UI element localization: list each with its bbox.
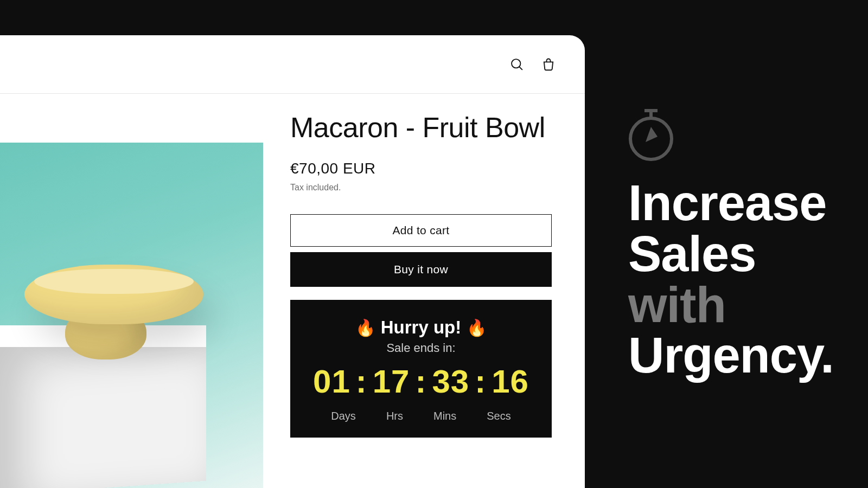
promo-line4: Urgency. — [628, 328, 834, 383]
timer-mins: 33 — [432, 363, 469, 400]
countdown-labels: Days Hrs Mins Secs — [301, 410, 541, 422]
label-hrs: Hrs — [386, 410, 403, 422]
timer-days: 01 — [313, 363, 350, 400]
countdown-headline: 🔥 Hurry up! 🔥 — [301, 317, 541, 338]
countdown-timer: 01 : 17 : 33 : 16 — [301, 363, 541, 400]
fire-icon: 🔥 — [467, 318, 487, 337]
promo-panel: Increase Sales with Urgency. — [628, 108, 825, 381]
countdown-box: 🔥 Hurry up! 🔥 Sale ends in: 01 : 17 : 33… — [290, 300, 552, 438]
timer-sep: : — [355, 363, 368, 400]
top-bar — [0, 35, 585, 94]
product-details: Macaron - Fruit Bowl €70,00 EUR Tax incl… — [263, 94, 585, 488]
svg-line-1 — [519, 67, 522, 70]
label-days: Days — [331, 410, 356, 422]
search-icon[interactable] — [509, 56, 525, 73]
countdown-headline-text: Hurry up! — [381, 317, 462, 338]
tax-note: Tax included. — [290, 183, 554, 192]
countdown-subline: Sale ends in: — [301, 341, 541, 355]
label-secs: Secs — [487, 410, 510, 422]
promo-line2: Sales — [628, 226, 756, 281]
promo-line3: with — [628, 277, 726, 332]
timer-sep: : — [474, 363, 487, 400]
buy-now-button[interactable]: Buy it now — [290, 252, 552, 287]
product-content: Macaron - Fruit Bowl €70,00 EUR Tax incl… — [0, 94, 585, 488]
product-image — [0, 143, 263, 488]
product-window: Macaron - Fruit Bowl €70,00 EUR Tax incl… — [0, 35, 585, 488]
product-price: €70,00 EUR — [290, 160, 554, 177]
label-mins: Mins — [433, 410, 456, 422]
promo-heading: Increase Sales with Urgency. — [628, 178, 825, 381]
product-title: Macaron - Fruit Bowl — [290, 111, 554, 144]
stopwatch-icon — [628, 108, 674, 154]
timer-hrs: 17 — [373, 363, 410, 400]
timer-secs: 16 — [492, 363, 529, 400]
promo-line1: Increase — [628, 175, 826, 230]
timer-sep: : — [414, 363, 428, 400]
svg-point-0 — [512, 59, 520, 68]
fire-icon: 🔥 — [355, 318, 375, 337]
cart-icon[interactable] — [540, 56, 557, 73]
add-to-cart-button[interactable]: Add to cart — [290, 214, 552, 247]
